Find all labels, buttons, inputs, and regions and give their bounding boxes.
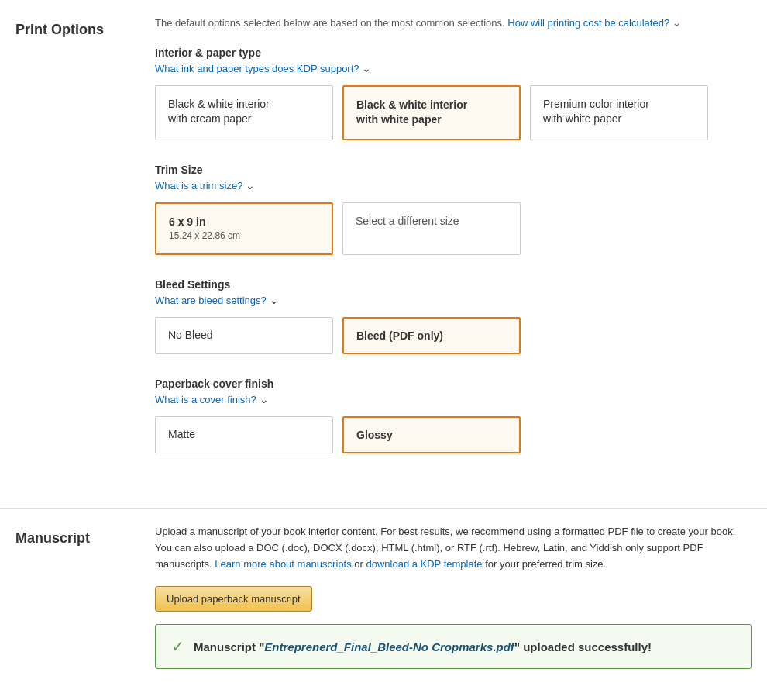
success-check-icon: ✓ (171, 637, 184, 656)
bleed-yes[interactable]: Bleed (PDF only) (342, 317, 521, 354)
manuscript-content: Upload a manuscript of your book interio… (155, 524, 752, 669)
cover-finish-link[interactable]: What is a cover finish? (155, 394, 256, 405)
trim-different[interactable]: Select a different size (342, 202, 521, 255)
bleed-link[interactable]: What are bleed settings? (155, 295, 267, 306)
manuscript-description: Upload a manuscript of your book interio… (155, 524, 752, 572)
kdp-template-link[interactable]: download a KDP template (366, 558, 482, 570)
manuscript-section: Manuscript Upload a manuscript of your b… (0, 509, 767, 700)
bleed-section: Bleed Settings What are bleed settings? … (155, 278, 752, 354)
bleed-no[interactable]: No Bleed (155, 317, 333, 354)
manuscript-label: Manuscript (15, 524, 139, 669)
bleed-title: Bleed Settings (155, 278, 752, 291)
cover-glossy[interactable]: Glossy (342, 416, 521, 453)
interior-paper-section: Interior & paper type What ink and paper… (155, 47, 752, 140)
success-message-box: ✓ Manuscript "Entreprenerd_Final_Bleed-N… (155, 624, 752, 669)
print-options-section: Print Options The default options select… (0, 0, 767, 508)
learn-more-link[interactable]: Learn more about manuscripts (215, 558, 351, 570)
interior-paper-title: Interior & paper type (155, 47, 752, 59)
printing-cost-link[interactable]: How will printing cost be calculated? (507, 17, 669, 29)
print-options-description: The default options selected below are b… (155, 16, 752, 31)
interior-paper-options: Black & white interior with cream paper … (155, 85, 752, 140)
cover-matte[interactable]: Matte (155, 416, 333, 453)
trim-size-title: Trim Size (155, 164, 752, 176)
interior-paper-link[interactable]: What ink and paper types does KDP suppor… (155, 63, 359, 74)
page-wrapper: Print Options The default options select… (0, 0, 767, 700)
trim-size-options: 6 x 9 in 15.24 x 22.86 cm Select a diffe… (155, 202, 752, 255)
option-color-white[interactable]: Premium color interior with white paper (530, 85, 708, 140)
trim-size-link[interactable]: What is a trim size? (155, 180, 242, 191)
success-text: Manuscript "Entreprenerd_Final_Bleed-No … (194, 640, 652, 653)
print-options-label: Print Options (15, 16, 139, 477)
cover-finish-options: Matte Glossy (155, 416, 752, 453)
trim-size-section: Trim Size What is a trim size? ⌄ 6 x 9 i… (155, 164, 752, 255)
option-bw-white[interactable]: Black & white interior with white paper (342, 85, 521, 140)
cover-finish-section: Paperback cover finish What is a cover f… (155, 378, 752, 453)
trim-6x9[interactable]: 6 x 9 in 15.24 x 22.86 cm (155, 202, 333, 255)
bleed-options: No Bleed Bleed (PDF only) (155, 317, 752, 354)
upload-manuscript-button[interactable]: Upload paperback manuscript (155, 586, 312, 612)
print-options-content: The default options selected below are b… (155, 16, 752, 477)
option-bw-cream[interactable]: Black & white interior with cream paper (155, 85, 333, 140)
cover-finish-title: Paperback cover finish (155, 378, 752, 390)
